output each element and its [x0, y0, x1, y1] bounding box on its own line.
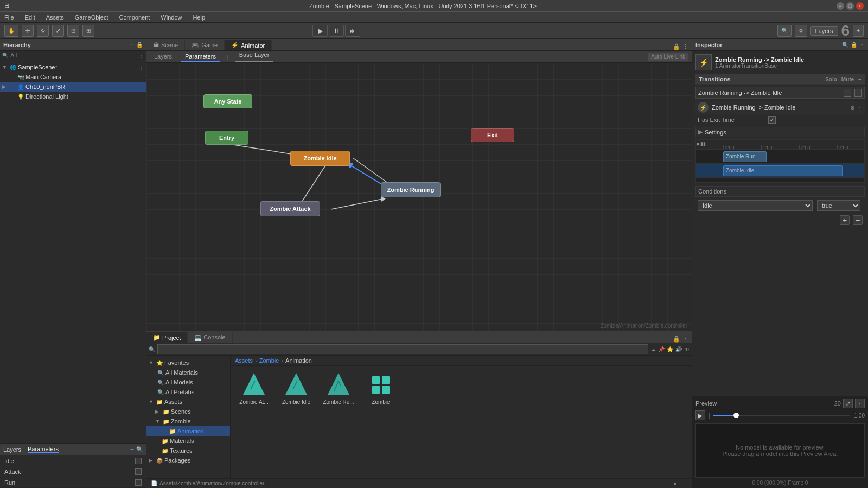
proj-all-models[interactable]: 🔍 All Models — [146, 377, 230, 387]
hierarchy-settings-icon[interactable]: ⋮ — [129, 42, 134, 48]
param-run[interactable]: Run — [0, 477, 146, 488]
overflow-icon[interactable]: ⋮ — [682, 43, 688, 50]
toolbar-transform-all[interactable]: ⊞ — [82, 25, 94, 37]
menu-assets[interactable]: Assets — [44, 14, 66, 21]
asset-zombie-idle[interactable]: Zombie Idle — [277, 370, 315, 405]
trans-solo-check[interactable] — [844, 89, 851, 97]
insp-overflow-icon[interactable]: ⋮ — [859, 42, 865, 48]
pause-button[interactable]: ⏸ — [329, 25, 344, 37]
lock-icon[interactable]: 🔒 — [673, 43, 680, 50]
proj-packages[interactable]: ▶ 📦 Packages — [146, 455, 230, 465]
trans-detail-menu[interactable]: ⋮ — [857, 105, 863, 111]
parameters-tab[interactable]: Parameters — [28, 446, 59, 453]
base-layer-btn[interactable]: Base Layer — [235, 52, 274, 62]
hier-options-scene[interactable]: ⋮ — [138, 65, 144, 70]
layers-label[interactable]: Layers — [810, 26, 838, 36]
project-icon4[interactable]: 🔊 — [675, 346, 682, 352]
minimize-button[interactable]: − — [837, 2, 844, 10]
settings-header[interactable]: ▶ Settings — [695, 127, 865, 137]
close-button[interactable]: × — [856, 2, 864, 10]
proj-zombie[interactable]: ▼ 📁 Zombie — [146, 416, 230, 426]
menu-edit[interactable]: Edit — [23, 14, 37, 21]
param-idle[interactable]: Idle — [0, 455, 146, 466]
state-zombie-running[interactable]: Zombie Running — [381, 182, 441, 197]
add-layer-button[interactable]: + — [853, 25, 864, 37]
search-button[interactable]: 🔍 — [777, 25, 792, 37]
proj-all-materials[interactable]: 🔍 All Materials — [146, 368, 230, 377]
tab-animator[interactable]: ⚡ Animator — [225, 40, 272, 50]
menu-gameobject[interactable]: GameObject — [73, 14, 111, 21]
state-zombie-attack[interactable]: Zombie Attack — [260, 201, 320, 216]
menu-help[interactable]: Help — [190, 14, 207, 21]
breadcrumb-assets[interactable]: Assets — [235, 357, 253, 364]
anim-tab-parameters[interactable]: Parameters — [181, 52, 220, 62]
params-search-icon[interactable]: 🔍 — [136, 446, 143, 452]
anim-tab-layers[interactable]: Layers — [150, 52, 176, 62]
state-zombie-idle[interactable]: Zombie Idle — [290, 151, 350, 166]
hierarchy-item-light[interactable]: 💡 Directional Light — [0, 92, 146, 101]
menu-component[interactable]: Component — [117, 14, 152, 21]
asset-zombie-run[interactable]: Zombie Ru... — [320, 370, 358, 405]
tab-console[interactable]: 💻 Console — [188, 332, 232, 343]
clip-zombie-run[interactable]: Zombie Run — [723, 151, 767, 162]
clip-zombie-idle[interactable]: Zombie Idle — [723, 165, 843, 176]
tab-game[interactable]: 🎮 Game — [185, 40, 225, 50]
toolbar-transform-hand[interactable]: ✋ — [4, 25, 18, 37]
project-search-input[interactable] — [157, 344, 648, 354]
project-icon2[interactable]: 📌 — [658, 346, 665, 352]
hierarchy-item-maincamera[interactable]: 📷 Main Camera — [0, 72, 146, 82]
tab-scene[interactable]: 🏔 Scene — [146, 40, 185, 50]
menu-file[interactable]: File — [2, 14, 16, 21]
layers-tab[interactable]: Layers — [3, 446, 21, 453]
cond-add-button[interactable]: + — [840, 215, 850, 225]
hierarchy-add-icon[interactable]: ⋮ — [138, 53, 144, 59]
toolbar-transform-scale[interactable]: ⤢ — [52, 25, 64, 37]
state-entry[interactable]: Entry — [205, 131, 248, 145]
insp-search-icon[interactable]: 🔍 — [842, 42, 848, 48]
toolbar-transform-rect[interactable]: ⊡ — [67, 25, 79, 37]
project-icon1[interactable]: ☁ — [650, 346, 656, 352]
params-add-icon[interactable]: + — [130, 446, 134, 453]
hierarchy-lock-icon[interactable]: 🔒 — [136, 42, 143, 48]
hierarchy-item-samplescene[interactable]: ▼ 🌐 SampleScene* ⋮ — [0, 62, 146, 72]
preview-slider[interactable] — [713, 415, 850, 416]
toolbar-transform-rotate[interactable]: ↻ — [37, 25, 49, 37]
project-footer-slider[interactable]: ——●—— — [662, 480, 687, 486]
condition-param-select[interactable]: Idle — [698, 200, 813, 211]
proj-favorites[interactable]: ▼ ⭐ Favorites — [146, 358, 230, 368]
insp-lock-icon[interactable]: 🔒 — [851, 42, 857, 48]
hierarchy-item-ch10[interactable]: ▶ 👤 Ch10_nonPBR — [0, 82, 146, 92]
trans-mute-check[interactable] — [854, 89, 862, 97]
param-run-checkbox[interactable] — [135, 479, 142, 486]
asset-zombie-attack[interactable]: Zombie At... — [235, 370, 273, 405]
proj-materials[interactable]: 📁 Materials — [146, 436, 230, 446]
proj-all-prefabs[interactable]: 🔍 All Prefabs — [146, 387, 230, 397]
state-any-state[interactable]: Any State — [203, 94, 252, 108]
state-exit[interactable]: Exit — [471, 128, 514, 142]
param-attack-checkbox[interactable] — [135, 468, 142, 475]
param-idle-checkbox[interactable] — [135, 458, 142, 464]
tab-project[interactable]: 📁 Project — [146, 332, 188, 343]
condition-value-select[interactable]: true false — [817, 200, 860, 211]
proj-animation[interactable]: 📁 Animation — [146, 426, 230, 436]
proj-assets[interactable]: ▼ 📁 Assets — [146, 397, 230, 407]
play-button[interactable]: ▶ — [312, 25, 328, 37]
step-button[interactable]: ⏭ — [345, 25, 360, 37]
animator-canvas[interactable]: Any State Entry Zombie Idle Zombie Runni… — [146, 63, 692, 331]
proj-scenes[interactable]: ▶ 📁 Scenes — [146, 407, 230, 416]
preview-menu-btn[interactable]: ⋮ — [855, 399, 865, 408]
maximize-button[interactable]: □ — [846, 2, 854, 10]
auto-live-link[interactable]: Auto Live Link — [648, 53, 688, 61]
toolbar-transform-move[interactable]: ✛ — [22, 25, 34, 37]
trans-detail-gear[interactable]: ⚙ — [850, 105, 855, 111]
preview-play-btn[interactable]: ▶ — [695, 410, 705, 420]
project-lock-icon[interactable]: 🔒 — [673, 336, 680, 343]
project-icon3[interactable]: ⭐ — [667, 346, 673, 352]
param-attack[interactable]: Attack — [0, 466, 146, 477]
cond-remove-button[interactable]: − — [853, 215, 863, 225]
has-exit-checkbox[interactable]: ✓ — [768, 116, 776, 124]
asset-zombie-controller[interactable]: Zombie — [362, 370, 400, 405]
project-icon5[interactable]: 👁 — [684, 346, 690, 352]
preview-expand-btn[interactable]: ⤢ — [843, 399, 853, 408]
proj-textures[interactable]: 📁 Textures — [146, 446, 230, 455]
